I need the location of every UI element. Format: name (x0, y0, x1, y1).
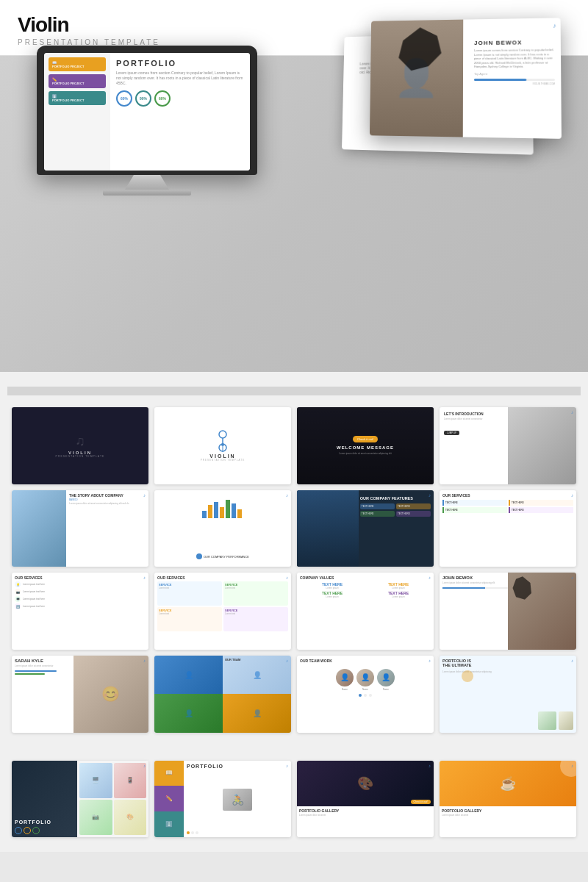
intro-title: LET'S INTRODUCTION (444, 412, 503, 416)
slide-sarah[interactable]: 😊 SARAH KYLE Lorem ipsum dolor sit amet … (12, 656, 148, 733)
perf-dot (196, 553, 202, 559)
performance-content: ♪ OUR COMPANY PERFORMANCE (154, 490, 291, 567)
dark-cover-subtitle: PRESENTATION TEMPLATE (56, 455, 105, 458)
slide-performance[interactable]: ♪ OUR COMPANY PERFORMANCE (154, 490, 291, 567)
slide-intro[interactable]: LET'S INTRODUCTION Lorem ipsum dolor sit… (440, 407, 576, 484)
welcome-overlay: Check it out! WELCOME MESSAGE Lorem ipsu… (297, 407, 434, 484)
slide-portfolio-dark-left[interactable]: PORTFOLIO 🖥️ 📱 📷 🎨 ♪ (12, 761, 148, 838)
violin-logo-sub: PRESENTATION TEMPLATE (201, 459, 245, 462)
feat3: TEXT HERE (360, 511, 395, 517)
sarah-bar1 (15, 670, 57, 672)
gallery-blue-tag: Check it out! (411, 800, 431, 804)
tw-dots (300, 694, 431, 697)
svc2-text4: Lorem text (225, 612, 287, 615)
val1-text: Lorem ipsum (300, 587, 365, 589)
strip1: 📖 (154, 761, 184, 786)
profile-name: JOHN BEWOX (474, 39, 554, 46)
slide-services2[interactable]: ♪ OUR SERVICES SERVICE Lorem text SERVIC… (154, 573, 291, 650)
dot3 (369, 694, 372, 697)
story-photo (12, 490, 66, 567)
slide-card-front: 👤 ♪ JOHN BEWOX Lorem ipsum comes from se… (370, 18, 562, 139)
slides-row-4: 😊 SARAH KYLE Lorem ipsum dolor sit amet … (7, 656, 581, 733)
perf-map: OUR COMPANY PERFORMANCE (154, 553, 291, 559)
slide-services1[interactable]: ♪ OUR SERVICES 💡 Lorem ipsum text here 📷… (12, 573, 148, 650)
sarah-name: SARAH KYLE (15, 659, 75, 663)
svc1-content: ♪ OUR SERVICES 💡 Lorem ipsum text here 📷… (12, 573, 148, 650)
john-photo (508, 573, 576, 650)
svc2-item3: SERVICE Lorem text (223, 581, 288, 606)
svc2-text3: Lorem text (225, 587, 287, 589)
team-cell4: 👤 (223, 694, 291, 732)
portfolio-left-title: PORTFOLIO (15, 820, 77, 825)
svc1-text3: Lorem ipsum text here (23, 598, 146, 600)
john-icon: ♪ (571, 576, 573, 580)
svc2-content: ♪ OUR SERVICES SERVICE Lorem text SERVIC… (154, 573, 291, 650)
svc1-dot4: ⬇️ (15, 603, 21, 609)
slide-portfolio-ultimate[interactable]: ♪ PORTFOLIO ISTHE ULTIMATE Lorem ipsum d… (440, 656, 576, 733)
svc2-col1: SERVICE Lorem text SERVICE Lorem text (157, 581, 222, 631)
values-grid: TEXT HERE Lorem ipsum TEXT HERE Lorem ip… (300, 582, 431, 598)
slide-features[interactable]: OUR COMPANY FEATURES TEXT HERE TEXT HERE… (297, 490, 434, 567)
gallery-blue-title: PORTFOLIO GALLERY (299, 808, 431, 813)
slide-john-bewox[interactable]: JOHN BEWOX Lorem ipsum dolor sit amet co… (440, 573, 576, 650)
tw-name1: Name (336, 688, 354, 691)
portfolio-colorful-text: PORTFOLIO 🚴 (184, 761, 291, 838)
features-overlay (297, 490, 359, 567)
val4-text: Lorem ipsum (366, 595, 431, 598)
slide-team-work[interactable]: ♪ OUR TEAM WORK 👤 Name 👤 Name 👤 Name (297, 656, 434, 733)
feat4: TEXT HERE (396, 511, 431, 517)
intro-photo (508, 407, 576, 484)
svc2-text1: Lorem text (159, 587, 220, 589)
teamwork-circles: 👤 Name 👤 Name 👤 Name (300, 669, 431, 691)
svg-rect-5 (202, 511, 207, 518)
val1: TEXT HERE Lorem ipsum (300, 582, 365, 589)
val2: TEXT HERE Lorem ipsum (366, 582, 431, 589)
tw-person3: 👤 Name (377, 669, 395, 691)
pc-dot1 (187, 831, 190, 834)
teamwork-title: OUR TEAM WORK (300, 659, 431, 663)
monitor-circles: 60% 90% 60% (116, 90, 244, 107)
tw-person2: 👤 Name (356, 669, 374, 691)
val2-text: Lorem ipsum (366, 587, 431, 589)
svg-rect-8 (220, 507, 224, 518)
team-photo4: 👤 (253, 709, 262, 717)
svc1-text1: Lorem ipsum text here (23, 583, 146, 586)
pl-c3 (32, 827, 40, 834)
slide-url: VIOLIN THEME.COM (474, 82, 555, 85)
pr-img4: 🎨 (114, 800, 146, 835)
tw-name2: Name (356, 688, 374, 691)
gallery-orange-content: ☕ PORTFOLIO GALLERY Lorem ipsum dolor si… (440, 761, 576, 838)
portfolio-colorful-dots (187, 831, 288, 834)
pr-img3: 📷 (79, 800, 112, 835)
slide-gallery-blue[interactable]: 🎨 Check it out! PORTFOLIO GALLERY Lorem … (297, 761, 434, 838)
sarah-photo-icon: 😊 (101, 685, 120, 703)
val3-text: Lorem ipsum (300, 595, 365, 598)
john-text: JOHN BEWOX Lorem ipsum dolor sit amet co… (442, 576, 508, 589)
pr-img1: 🖥️ (79, 763, 112, 798)
values-content: ♪ COMPANY VALUES TEXT HERE Lorem ipsum T… (297, 573, 434, 650)
pl-c2 (24, 827, 31, 834)
tw-avatar2: 👤 (356, 669, 374, 686)
tw-avatar1: 👤 (336, 669, 354, 686)
slide-story[interactable]: THE STORY ABOUT COMPANY BASE10 Lorem ips… (12, 490, 148, 567)
slide-icon: ♪ (553, 22, 556, 29)
slide-violin-logo[interactable]: VIOLIN PRESENTATION TEMPLATE (154, 407, 291, 484)
violin-logo-content: VIOLIN PRESENTATION TEMPLATE (154, 407, 291, 484)
slide-dark-cover[interactable]: ♫ VIOLIN PRESENTATION TEMPLATE (12, 407, 148, 484)
slide-values[interactable]: ♪ COMPANY VALUES TEXT HERE Lorem ipsum T… (297, 573, 434, 650)
slide-welcome[interactable]: Check it out! WELCOME MESSAGE Lorem ipsu… (297, 407, 434, 484)
intro-button[interactable]: JUMP UP (444, 423, 503, 437)
pu-circle (462, 670, 473, 682)
slide-portfolio-colorful[interactable]: 📖 ✏️ ⬇️ PORTFOLIO 🚴 ♪ (154, 761, 291, 838)
our-team-label: OUR TEAM (225, 658, 240, 662)
slide-our-team[interactable]: 👤 OUR TEAM 👤 👤 👤 ♪ (154, 656, 291, 733)
slide-services-grid[interactable]: ♪ OUR SERVICES TEXT HERE TEXT HERE TEXT … (440, 490, 576, 567)
welcome-title: WELCOME MESSAGE (337, 445, 394, 450)
circle-60: 60% (116, 90, 132, 107)
svc-item2: TEXT HERE (509, 500, 573, 506)
monitor: 📖 PORTFOLIO PROJECT ✏️ PORTFOLIO PROJECT… (37, 46, 257, 196)
slide-gallery-orange[interactable]: ☕ PORTFOLIO GALLERY Lorem ipsum dolor si… (440, 761, 576, 838)
svc-row1: TEXT HERE TEXT HERE (442, 500, 573, 506)
svc1-dot1: 💡 (15, 581, 21, 587)
team-photo3: 👤 (184, 709, 193, 717)
